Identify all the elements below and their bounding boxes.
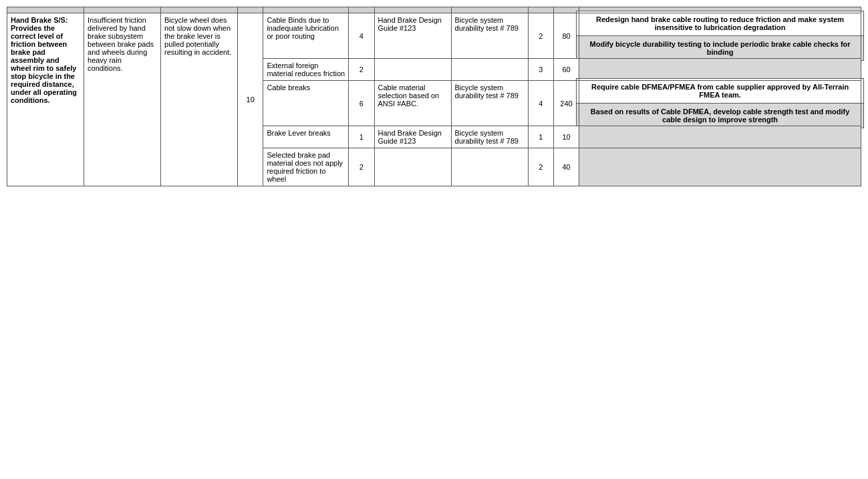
recommended-cell	[579, 148, 861, 186]
cause-cell: Selected brake pad material does not app…	[263, 148, 349, 186]
rpn-cell: 10	[553, 126, 579, 148]
det-cell: 2	[528, 148, 553, 186]
ctrl-det-cell: Bicycle system durability test # 789	[451, 81, 528, 126]
ctrl-prev-cell	[374, 59, 451, 81]
det-cell: 2	[528, 13, 553, 59]
header-sev	[238, 7, 263, 13]
ctrl-det-cell	[451, 148, 528, 186]
header-item-function	[7, 7, 84, 13]
header-cause	[263, 7, 349, 13]
header-occ	[349, 7, 374, 13]
header-ctrl-det	[451, 7, 528, 13]
det-cell: 3	[528, 59, 553, 81]
occ-cell: 2	[349, 59, 374, 81]
recommended-action-item: Redesign hand brake cable routing to red…	[577, 11, 864, 36]
cause-cell: Cable Binds due to inadequate lubricatio…	[263, 13, 349, 59]
det-cell: 4	[528, 81, 553, 126]
rpn-cell: 60	[553, 59, 579, 81]
header-det	[528, 7, 553, 13]
cause-cell: Brake Lever breaks	[263, 126, 349, 148]
cause-cell: External foreign material reduces fricti…	[263, 59, 349, 81]
recommended-cell	[579, 59, 861, 81]
header-failure-mode	[84, 7, 161, 13]
ctrl-det-cell: Bicycle system durability test # 789	[451, 13, 528, 59]
recommended-cell	[579, 126, 861, 148]
recommended-cell: Require cable DFMEA/PFMEA from cable sup…	[579, 81, 861, 126]
rpn-cell: 240	[553, 81, 579, 126]
ctrl-det-cell	[451, 59, 528, 81]
occ-cell: 2	[349, 148, 374, 186]
rpn-cell: 40	[553, 148, 579, 186]
effect-cell: Bicycle wheel does not slow down when th…	[161, 13, 238, 186]
cause-cell: Cable breaks	[263, 81, 349, 126]
header-effect	[161, 7, 238, 13]
occ-cell: 1	[349, 126, 374, 148]
recommended-action-item: Require cable DFMEA/PFMEA from cable sup…	[577, 79, 864, 104]
ctrl-prev-cell	[374, 148, 451, 186]
recommended-cell: Redesign hand brake cable routing to red…	[579, 13, 861, 59]
occ-cell: 6	[349, 81, 374, 126]
recommended-action-item: Modify bicycle durability testing to inc…	[577, 36, 864, 61]
header-ctrl-prev	[374, 7, 451, 13]
ctrl-det-cell: Bicycle system durability test # 789	[451, 126, 528, 148]
item-function-cell: Hand Brake S/S: Provides the correct lev…	[7, 13, 84, 186]
recommended-action-item: Based on results of Cable DFMEA, develop…	[577, 104, 864, 128]
ctrl-prev-cell: Cable material selection based on ANSI #…	[374, 81, 451, 126]
occ-cell: 4	[349, 13, 374, 59]
rpn-cell: 80	[553, 13, 579, 59]
failure-mode-cell: Insufficient friction delivered by hand …	[84, 13, 161, 186]
det-cell: 1	[528, 126, 553, 148]
sev-cell: 10	[238, 13, 263, 186]
header-rpn	[553, 7, 579, 13]
ctrl-prev-cell: Hand Brake Design Guide #123	[374, 126, 451, 148]
ctrl-prev-cell: Hand Brake Design Guide #123	[374, 13, 451, 59]
